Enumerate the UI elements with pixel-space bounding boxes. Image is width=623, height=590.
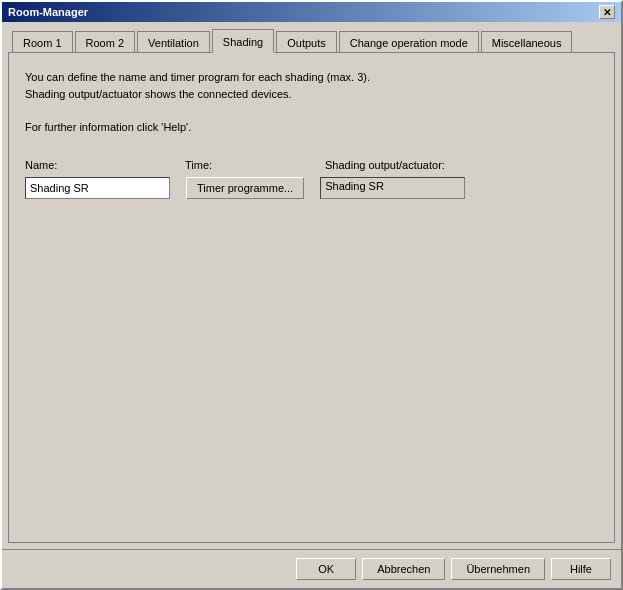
tab-change-operation-mode[interactable]: Change operation mode xyxy=(339,31,479,53)
close-button[interactable]: ✕ xyxy=(599,5,615,19)
title-bar: Room-Manager ✕ xyxy=(2,2,621,22)
shading-output-field: Shading SR xyxy=(320,177,465,199)
description-line1: You can define the name and timer progra… xyxy=(25,69,598,86)
tab-bar: Room 1 Room 2 Ventilation Shading Output… xyxy=(8,28,615,52)
header-name: Name: xyxy=(25,159,185,171)
header-shading-output: Shading output/actuator: xyxy=(325,159,445,171)
window-title: Room-Manager xyxy=(8,6,88,18)
apply-button[interactable]: Übernehmen xyxy=(451,558,545,580)
bottom-bar: OK Abbrechen Übernehmen Hilfe xyxy=(2,549,621,588)
tab-outputs[interactable]: Outputs xyxy=(276,31,337,53)
main-window: Room-Manager ✕ Room 1 Room 2 Ventilation… xyxy=(0,0,623,590)
name-input[interactable] xyxy=(25,177,170,199)
description-block: You can define the name and timer progra… xyxy=(25,69,598,135)
description-line2: Shading output/actuator shows the connec… xyxy=(25,86,598,103)
form-grid: Name: Time: Shading output/actuator: Tim… xyxy=(25,159,598,199)
tab-room2[interactable]: Room 2 xyxy=(75,31,136,53)
timer-programme-button[interactable]: Timer programme... xyxy=(186,177,304,199)
cancel-button[interactable]: Abbrechen xyxy=(362,558,445,580)
tab-room1[interactable]: Room 1 xyxy=(12,31,73,53)
tab-ventilation[interactable]: Ventilation xyxy=(137,31,210,53)
form-row: Timer programme... Shading SR xyxy=(25,177,598,199)
ok-button[interactable]: OK xyxy=(296,558,356,580)
header-time: Time: xyxy=(185,159,325,171)
form-headers: Name: Time: Shading output/actuator: xyxy=(25,159,598,171)
tab-content-shading: You can define the name and timer progra… xyxy=(8,52,615,543)
description-line3: For further information click 'Help'. xyxy=(25,119,598,136)
tab-shading[interactable]: Shading xyxy=(212,29,274,53)
window-body: Room 1 Room 2 Ventilation Shading Output… xyxy=(2,22,621,549)
tab-miscellaneous[interactable]: Miscellaneous xyxy=(481,31,573,53)
help-button[interactable]: Hilfe xyxy=(551,558,611,580)
